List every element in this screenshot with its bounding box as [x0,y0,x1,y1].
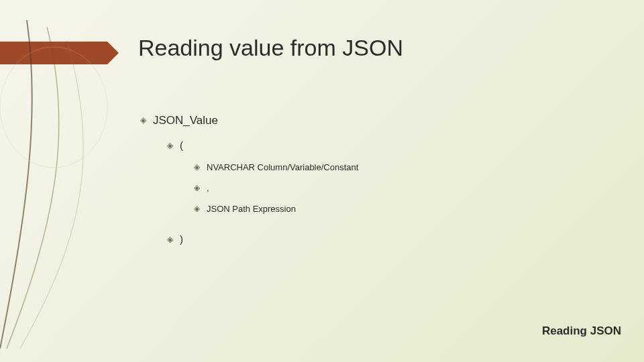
bullet-label: , [207,183,209,193]
slide-title: Reading value from JSON [138,35,403,61]
footer-label: Reading JSON [542,324,621,338]
list-item: ◈ ) [165,233,358,246]
diamond-bullet-icon: ◈ [138,114,148,127]
list-item: ◈ ( ◈ NVARCHAR Column/Variable/Constant [165,139,358,224]
list-item: ◈ JSON_Value ◈ ( ◈ NVARCHAR Column/Va [138,114,358,255]
bullet-label: ) [180,233,183,245]
diamond-bullet-icon: ◈ [165,233,174,246]
diamond-bullet-icon: ◈ [165,139,174,152]
bullet-label: JSON Path Expression [207,204,296,214]
list-item: ◈ , [192,182,358,194]
svg-point-0 [0,47,107,168]
list-item: ◈ NVARCHAR Column/Variable/Constant [192,161,358,174]
slide-content: ◈ JSON_Value ◈ ( ◈ NVARCHAR Column/Va [138,114,358,265]
decorative-leaves [0,13,161,362]
diamond-bullet-icon: ◈ [192,182,201,194]
accent-bar [0,42,107,64]
list-item: ◈ JSON Path Expression [192,202,358,215]
accent-chevron [107,42,119,64]
diamond-bullet-icon: ◈ [192,161,201,174]
bullet-label: NVARCHAR Column/Variable/Constant [207,162,358,172]
diamond-bullet-icon: ◈ [192,202,201,215]
bullet-label: JSON_Value [153,114,218,127]
bullet-label: ( [180,139,183,151]
